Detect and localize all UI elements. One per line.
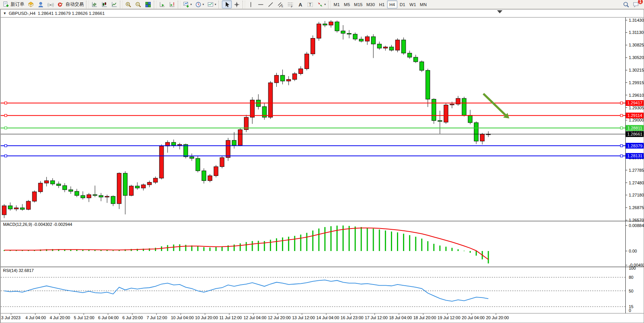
- timeframe-button-m5[interactable]: M5: [342, 0, 352, 8]
- chart-ohlc-values: 1.28641 1.28679 1.28626 1.28661: [38, 11, 105, 16]
- macd-histogram-bar: [464, 251, 465, 251]
- timeframe-button-w1[interactable]: W1: [408, 0, 418, 8]
- rsi-axis[interactable]: 1008050150: [1, 266, 636, 313]
- chart-shift-button[interactable]: [167, 0, 177, 8]
- chart-ohlc-header[interactable]: ▼ GBPUSD-,H4 1.28641 1.28679 1.28626 1.2…: [3, 11, 105, 16]
- macd-histogram-bar: [361, 227, 362, 251]
- bear-candle: [111, 196, 115, 203]
- collapse-triangle-icon[interactable]: ▼: [3, 11, 6, 15]
- line-handle[interactable]: [620, 127, 623, 129]
- macd-histogram-bar: [476, 251, 477, 256]
- search-icon: [623, 1, 630, 8]
- timeframe-button-mn[interactable]: MN: [418, 0, 429, 8]
- price-tick-label: 1.27785: [629, 168, 644, 173]
- bull-candle: [208, 176, 212, 181]
- chart-canvas[interactable]: 1.314301.311301.308251.305201.302151.299…: [0, 0, 644, 323]
- time-tick-label: 12 Jul 04:00: [244, 315, 266, 320]
- line-handle[interactable]: [5, 127, 7, 129]
- line-handle[interactable]: [5, 114, 7, 117]
- indicators-button[interactable]: ▾: [206, 0, 218, 8]
- profiles-button[interactable]: ▾: [193, 0, 206, 8]
- line-handle[interactable]: [620, 102, 623, 104]
- cursor-button[interactable]: [222, 0, 232, 8]
- rsi-label: RSI(14) 32.6817: [3, 268, 34, 273]
- price-axis[interactable]: 1.314301.311301.308251.305201.302151.299…: [625, 18, 644, 222]
- vline-icon: [247, 1, 254, 8]
- price-tick-label: 1.30520: [629, 55, 644, 60]
- line-handle[interactable]: [5, 155, 7, 157]
- time-axis[interactable]: 3 Jul 20234 Jul 04:004 Jul 20:005 Jul 12…: [1, 313, 509, 320]
- macd-histogram-bar: [318, 229, 319, 251]
- tile-windows-button[interactable]: [143, 0, 153, 8]
- dropdown-caret-icon[interactable]: ▾: [202, 3, 204, 6]
- line-handle[interactable]: [620, 145, 623, 147]
- signals-button[interactable]: [46, 0, 56, 8]
- macd-histogram-bar: [451, 248, 453, 251]
- market-button[interactable]: [26, 0, 36, 8]
- new-order-button[interactable]: 新订单: [1, 0, 26, 8]
- bull-candle: [153, 178, 158, 182]
- auto-scroll-button[interactable]: [157, 0, 167, 8]
- line-handle[interactable]: [620, 114, 623, 117]
- dropdown-caret-icon[interactable]: ▾: [215, 3, 216, 6]
- zoom-in-button[interactable]: [123, 0, 133, 8]
- trendline-button[interactable]: [266, 0, 276, 8]
- bull-candle: [38, 183, 43, 192]
- svg-text:F: F: [291, 5, 293, 8]
- bear-candle: [69, 190, 73, 191]
- vertical-line-button[interactable]: [246, 0, 256, 8]
- line-handle[interactable]: [5, 145, 7, 147]
- macd-axis[interactable]: 0.0088430.00-0.004928: [625, 223, 644, 267]
- bear-candle: [347, 34, 351, 34]
- timeframe-button-m15[interactable]: M15: [352, 0, 364, 8]
- horizontal-line-button[interactable]: [256, 0, 266, 8]
- price-tick-label: 1.29915: [629, 80, 644, 85]
- price-chip-label: 1.29417: [627, 101, 642, 105]
- time-tick-label: 20 Jul 20:00: [486, 315, 509, 320]
- macd-histogram-bar: [427, 241, 429, 251]
- timeframe-button-h1[interactable]: H1: [377, 0, 387, 8]
- bear-candle: [432, 99, 436, 120]
- tile-windows-icon: [145, 1, 151, 8]
- fibonacci-button[interactable]: F: [285, 0, 295, 8]
- chart-shift-marker[interactable]: [497, 10, 502, 13]
- macd-panel[interactable]: MACD(12,26,9) -0.004302 -0.002944: [3, 222, 489, 264]
- svg-text:A: A: [299, 2, 303, 8]
- dropdown-caret-icon[interactable]: ▾: [324, 3, 326, 6]
- timeframe-button-m30[interactable]: M30: [364, 0, 376, 8]
- channel-button[interactable]: E: [276, 0, 285, 8]
- bear-candle: [202, 171, 206, 181]
- auto-trading-button[interactable]: 自动交易: [56, 0, 85, 8]
- svg-text:T: T: [309, 3, 311, 7]
- chart-bars-button[interactable]: [89, 0, 99, 8]
- timeframe-button-m1[interactable]: M1: [332, 0, 342, 8]
- timeframe-button-h4[interactable]: H4: [387, 0, 397, 8]
- new-chart-button[interactable]: ▾: [181, 0, 193, 8]
- time-tick-label: 4 Jul 20:00: [49, 315, 70, 320]
- macd-histogram-bar: [197, 246, 198, 251]
- text-button[interactable]: A: [295, 0, 305, 8]
- line-handle[interactable]: [620, 155, 623, 157]
- time-tick-label: 7 Jul 12:00: [147, 315, 167, 320]
- rsi-panel[interactable]: RSI(14) 32.6817: [3, 268, 488, 301]
- macd-histogram-bar: [179, 244, 180, 251]
- trend-arrow-annotation[interactable]: [483, 94, 509, 118]
- zoom-out-button[interactable]: [133, 0, 143, 8]
- crosshair-button[interactable]: [232, 0, 242, 8]
- search-button[interactable]: [621, 0, 631, 8]
- macd-histogram-bar: [94, 250, 96, 251]
- macd-histogram-bar: [88, 250, 89, 251]
- bear-candle: [408, 53, 412, 57]
- chart-candles-button[interactable]: [99, 0, 109, 8]
- chart-line-button[interactable]: [109, 0, 119, 8]
- community-button[interactable]: [36, 0, 46, 8]
- arrow-shaft[interactable]: [483, 94, 506, 115]
- timeframe-button-d1[interactable]: D1: [397, 0, 408, 8]
- notifications-button[interactable]: 1: [631, 0, 641, 8]
- line-handle[interactable]: [5, 102, 7, 104]
- bear-candle: [232, 140, 236, 145]
- text-label-button[interactable]: T: [305, 0, 315, 8]
- bear-candle: [75, 191, 79, 195]
- arrows-button[interactable]: ▾: [315, 0, 327, 8]
- dropdown-caret-icon[interactable]: ▾: [190, 3, 192, 6]
